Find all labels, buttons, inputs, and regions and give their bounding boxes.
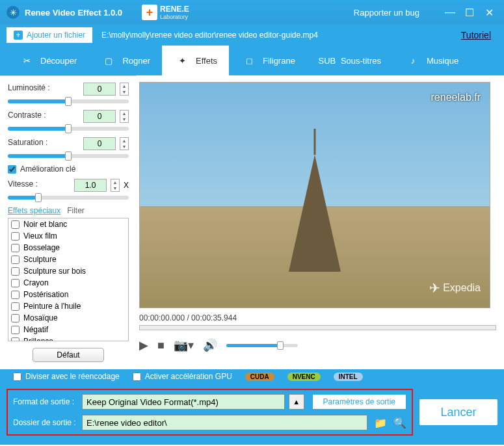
contrast-spin[interactable]: ▲▼ xyxy=(120,110,129,123)
music-icon: ♪ xyxy=(405,52,421,69)
volume-icon[interactable]: 🔊 xyxy=(203,338,217,352)
minimize-button[interactable]: — xyxy=(442,6,458,19)
tab-effects[interactable]: ✦Effets xyxy=(162,46,229,75)
format-combo[interactable]: Keep Original Video Format(*.mp4) xyxy=(82,394,285,410)
tab-crop[interactable]: ▢Rogner xyxy=(88,46,162,75)
saturation-input[interactable] xyxy=(83,137,116,150)
tab-watermark[interactable]: ◻Filigrane xyxy=(229,46,307,75)
preview-watermark: reneelab.fr xyxy=(431,92,481,103)
add-file-button[interactable]: Ajouter un fichier xyxy=(7,27,92,43)
contrast-label: Contraste : xyxy=(8,111,46,120)
folder-label: Dossier de sortie : xyxy=(13,418,78,427)
timecode: 00:00:00.000 / 00:00:35.944 xyxy=(139,313,496,322)
browse-folder-icon[interactable]: 📁 xyxy=(374,417,387,429)
saturation-slider[interactable] xyxy=(8,154,129,158)
list-item: Noir et blanc xyxy=(8,218,128,230)
seek-bar[interactable] xyxy=(139,325,496,330)
maximize-button[interactable]: ☐ xyxy=(461,6,478,19)
format-dropdown-button[interactable]: ▲ xyxy=(289,394,304,410)
app-icon: ✳ xyxy=(7,6,20,19)
saturation-spin[interactable]: ▲▼ xyxy=(120,137,129,150)
speed-input[interactable] xyxy=(74,179,107,192)
play-button[interactable]: ▶ xyxy=(139,338,148,352)
fx-list[interactable]: Noir et blanc Vieux film Bosselage Sculp… xyxy=(8,218,129,341)
snapshot-button[interactable]: 📷▾ xyxy=(174,338,194,352)
intel-badge: INTEL xyxy=(334,373,363,381)
brightness-label: Luminosité : xyxy=(8,83,50,92)
split-checkbox[interactable] xyxy=(13,373,21,381)
scissors-icon: ✂ xyxy=(18,52,35,69)
brightness-input[interactable] xyxy=(83,83,116,96)
output-settings-highlight: Format de sortie : Keep Original Video F… xyxy=(7,389,413,436)
brand-icon: + xyxy=(142,5,157,20)
default-button[interactable]: Défaut xyxy=(33,348,103,362)
brightness-spin[interactable]: ▲▼ xyxy=(120,83,129,96)
tutorial-link[interactable]: Tutoriel xyxy=(461,30,491,40)
list-item: Brillance xyxy=(8,335,128,341)
fx-tab-filter[interactable]: Filter xyxy=(67,206,85,215)
tab-music[interactable]: ♪Musique xyxy=(393,46,470,75)
contrast-slider[interactable] xyxy=(8,127,129,131)
file-path: E:\molly\molly\renee video editor\renee … xyxy=(101,31,318,40)
list-item: Vieux film xyxy=(8,230,128,242)
list-item: Peinture à l'huile xyxy=(8,300,128,312)
report-bug-link[interactable]: Rapporter un bug xyxy=(354,8,419,18)
list-item: Postérisation xyxy=(8,289,128,300)
format-label: Format de sortie : xyxy=(13,397,78,406)
expedia-logo: ✈Expedia xyxy=(429,280,481,296)
volume-slider[interactable] xyxy=(226,344,298,347)
close-button[interactable]: ✕ xyxy=(481,6,497,19)
saturation-label: Saturation : xyxy=(8,138,47,147)
list-item: Mosaïque xyxy=(8,312,128,324)
speed-slider[interactable] xyxy=(8,196,129,200)
speed-spin[interactable]: ▲▼ xyxy=(111,179,120,192)
stop-button[interactable]: ■ xyxy=(157,339,165,352)
split-label: Diviser avec le réencodage xyxy=(25,372,120,381)
speed-suffix: X xyxy=(124,181,129,190)
contrast-input[interactable] xyxy=(83,110,116,123)
subtitle-icon: SUB xyxy=(319,52,336,69)
list-item: Bosselage xyxy=(8,242,128,254)
fx-tab-special[interactable]: Effets spéciaux xyxy=(8,206,60,215)
list-item: Négatif xyxy=(8,324,128,335)
gpu-checkbox[interactable] xyxy=(133,373,141,381)
list-item: Sculpture xyxy=(8,254,128,265)
brand-name: RENE.E xyxy=(160,5,189,14)
list-item: Sculpture sur bois xyxy=(8,265,128,277)
enhance-label: Amélioration clé xyxy=(20,164,75,174)
brand-sub: Laboratory xyxy=(160,14,189,20)
launch-button[interactable]: Lancer xyxy=(419,399,497,425)
list-item: Crayon xyxy=(8,277,128,289)
cuda-badge: CUDA xyxy=(245,373,274,381)
folder-input[interactable]: E:\renee video editor\ xyxy=(82,415,367,430)
nvenc-badge: NVENC xyxy=(287,373,321,381)
brightness-slider[interactable] xyxy=(8,99,129,103)
app-title: Renee Video Effect 1.0.0 xyxy=(25,8,122,18)
tab-cut[interactable]: ✂Découper xyxy=(7,46,88,75)
enhance-checkbox[interactable] xyxy=(8,165,16,174)
video-preview: reneelab.fr ✈Expedia xyxy=(139,82,490,308)
gpu-label: Activer accélération GPU xyxy=(145,372,232,381)
speed-label: Vitesse : xyxy=(8,179,38,189)
watermark-icon: ◻ xyxy=(241,52,258,69)
tab-subtitles[interactable]: SUBSous-titres xyxy=(307,46,393,75)
brand-logo-area: + RENE.E Laboratory xyxy=(142,5,189,20)
crop-icon: ▢ xyxy=(100,52,117,69)
wand-icon: ✦ xyxy=(174,52,191,69)
output-params-button[interactable]: Paramètres de sortie xyxy=(312,394,406,410)
search-folder-icon[interactable]: 🔍 xyxy=(393,417,406,429)
